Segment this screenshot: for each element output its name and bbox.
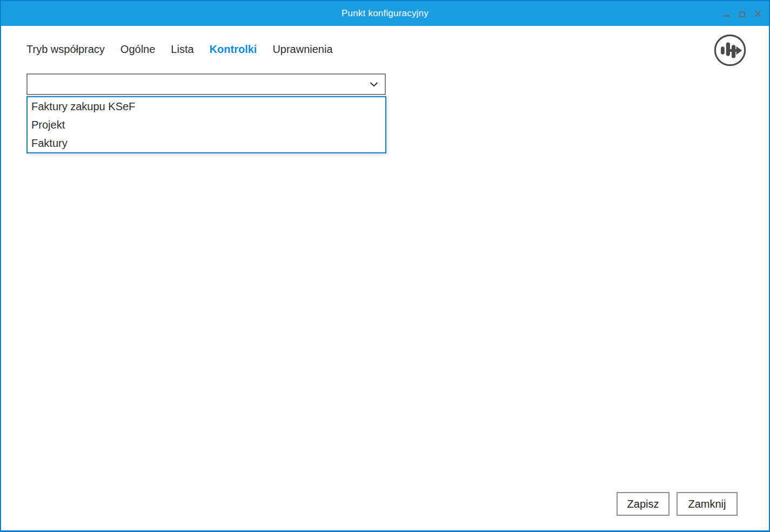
dropdown-option-faktury[interactable]: Faktury: [28, 134, 385, 152]
close-button[interactable]: Zamknij: [677, 492, 738, 516]
control-type-combobox[interactable]: [26, 73, 386, 95]
minimize-icon[interactable]: [722, 9, 730, 18]
maximize-glyph: [739, 11, 745, 17]
minimize-glyph: [724, 15, 729, 17]
save-button[interactable]: Zapisz: [617, 492, 669, 516]
titlebar[interactable]: Punkt konfiguracyjny: [1, 1, 769, 26]
close-glyph: [754, 10, 761, 17]
dropdown-option-projekt[interactable]: Projekt: [28, 116, 385, 134]
combobox-dropdown: Faktury zakupu KSeF Projekt Faktury: [26, 96, 386, 153]
content-area: Tryb współpracy Ogólne Lista Kontrolki U…: [1, 26, 769, 530]
maximize-icon[interactable]: [738, 9, 746, 18]
window-title: Punkt konfiguracyjny: [342, 8, 428, 19]
tab-uprawnienia[interactable]: Uprawnienia: [272, 43, 332, 56]
close-icon[interactable]: [754, 9, 761, 18]
dropdown-option-faktury-zakupu-ksef[interactable]: Faktury zakupu KSeF: [28, 97, 385, 116]
transfer-bars-arrow-icon: [713, 33, 747, 68]
tab-ogolne[interactable]: Ogólne: [120, 43, 156, 56]
punkt-konfiguracyjny-window: Punkt konfiguracyjny Tryb współpracy Ogó…: [0, 0, 770, 532]
tab-kontrolki[interactable]: Kontrolki: [210, 43, 257, 56]
tab-tryb-wspolpracy[interactable]: Tryb współpracy: [26, 43, 105, 56]
transfer-action-button[interactable]: [713, 33, 747, 68]
window-controls: [722, 1, 761, 26]
tab-bar: Tryb współpracy Ogólne Lista Kontrolki U…: [26, 43, 333, 56]
tab-lista[interactable]: Lista: [171, 43, 193, 56]
chevron-down-icon: [370, 82, 378, 87]
